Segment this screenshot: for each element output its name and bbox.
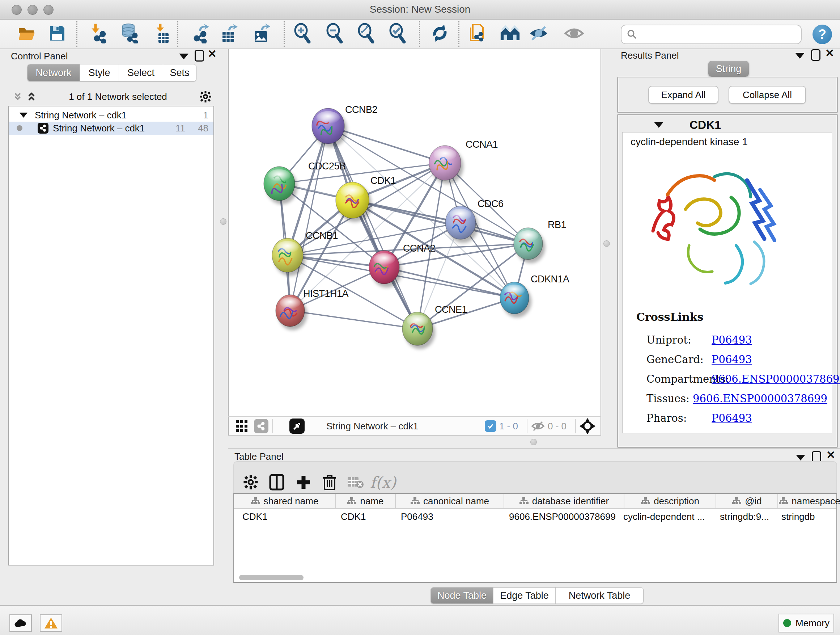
column-header-description[interactable]: description xyxy=(624,494,715,508)
gene-collapse-icon[interactable] xyxy=(654,122,663,128)
zoom-in-icon[interactable] xyxy=(292,23,313,43)
show-columns-icon[interactable] xyxy=(265,470,288,494)
fit-selected-crosshair-icon[interactable] xyxy=(579,418,595,434)
search-field[interactable] xyxy=(621,25,802,44)
column-header--id[interactable]: @id xyxy=(715,494,777,508)
import-network-database-icon[interactable] xyxy=(119,23,139,43)
table-cell[interactable]: cyclin-dependent ... xyxy=(623,511,705,523)
column-header-name[interactable]: name xyxy=(335,494,395,508)
column-header-namespace[interactable]: namespace xyxy=(777,494,840,508)
node-CDC25B[interactable] xyxy=(264,166,297,204)
network-graph[interactable]: CCNB2CCNA1CDC25BCDK1CDC6RB1CCNB1CCNA2CDK… xyxy=(229,49,600,416)
protein-structure-image xyxy=(646,155,805,300)
column-header-shared-name[interactable]: shared name xyxy=(234,494,335,508)
cloud-status-button[interactable] xyxy=(9,614,32,632)
tab-network-table[interactable]: Network Table xyxy=(555,587,643,603)
table-cell[interactable]: stringdb:9... xyxy=(720,511,769,523)
warning-status-button[interactable] xyxy=(40,614,62,632)
hide-selected-icon[interactable] xyxy=(529,23,549,43)
export-network-icon[interactable] xyxy=(191,23,211,43)
gene-header[interactable]: CDK1 xyxy=(618,118,837,132)
save-session-icon[interactable] xyxy=(47,23,67,43)
tab-sets[interactable]: Sets xyxy=(163,65,196,81)
crosslink-link[interactable]: P06493 xyxy=(712,412,752,424)
results-panel-close-icon[interactable]: ✕ xyxy=(825,49,834,58)
collapse-all-chevron-icon[interactable] xyxy=(12,91,23,102)
node-CDK1[interactable] xyxy=(336,182,371,222)
network-canvas[interactable]: CCNB2CCNA1CDC25BCDK1CDC6RB1CCNB1CCNA2CDK… xyxy=(228,49,601,416)
horizontal-scrollbar[interactable] xyxy=(239,575,303,580)
table-cell[interactable]: CDK1 xyxy=(341,511,366,523)
node-CDKN1A[interactable] xyxy=(500,282,531,318)
node-CCNA2[interactable] xyxy=(369,250,402,287)
node-CCNA1[interactable] xyxy=(429,146,463,184)
help-button[interactable]: ? xyxy=(813,25,832,44)
tab-string[interactable]: String xyxy=(708,61,749,77)
tab-network[interactable]: Network xyxy=(27,65,80,81)
refresh-icon[interactable] xyxy=(430,23,450,43)
table-panel-collapse-icon[interactable] xyxy=(796,455,805,461)
network-collection-row[interactable]: String Network – cdk1 1 xyxy=(9,109,213,122)
table-panel-close-icon[interactable]: ✕ xyxy=(826,450,835,460)
add-column-plus-icon[interactable] xyxy=(292,470,315,494)
memory-button[interactable]: Memory xyxy=(778,614,834,632)
export-image-icon[interactable] xyxy=(252,23,272,43)
right-splitter-handle[interactable] xyxy=(603,241,610,247)
node-label-HIST1H1A: HIST1H1A xyxy=(303,288,349,299)
gear-icon[interactable] xyxy=(199,90,212,103)
table-cell[interactable]: stringdb xyxy=(782,511,815,523)
results-panel: Results Panel ✕ String Expand All Collap… xyxy=(612,49,840,450)
tab-style[interactable]: Style xyxy=(80,65,118,81)
tab-edge-table[interactable]: Edge Table xyxy=(493,587,555,603)
control-panel-close-icon[interactable]: ✕ xyxy=(208,49,217,59)
import-network-file-icon[interactable] xyxy=(88,23,108,43)
results-panel-float-icon[interactable] xyxy=(811,49,821,61)
clone-network-icon[interactable] xyxy=(468,23,488,43)
table-cell[interactable]: CDK1 xyxy=(242,511,267,523)
network-row-selected[interactable]: String Network – cdk1 11 48 xyxy=(9,122,213,135)
tree-expand-icon[interactable] xyxy=(19,112,27,118)
gene-description: cyclin-dependent kinase 1 xyxy=(630,136,748,148)
show-all-icon[interactable] xyxy=(564,23,584,43)
search-input[interactable] xyxy=(638,29,801,41)
column-header-canonical-name[interactable]: canonical name xyxy=(395,494,504,508)
crosslink-link[interactable]: 9606.ENSP00000378699 xyxy=(693,393,827,405)
open-in-window-icon[interactable] xyxy=(289,418,305,434)
zoom-selected-icon[interactable] xyxy=(387,23,408,43)
tab-node-table[interactable]: Node Table xyxy=(431,587,493,603)
open-session-icon[interactable] xyxy=(17,23,37,43)
node-RB1[interactable] xyxy=(514,228,545,263)
results-panel-collapse-icon[interactable] xyxy=(795,53,805,59)
first-neighbors-icon[interactable] xyxy=(500,23,520,43)
expand-all-chevron-icon[interactable] xyxy=(26,91,37,102)
edge-CCNA2-CDKN1A[interactable] xyxy=(384,267,515,298)
node-table[interactable]: shared namenamecanonical namedatabase id… xyxy=(233,493,837,583)
edge-HIST1H1A-CCNE1[interactable] xyxy=(290,310,417,329)
zoom-out-icon[interactable] xyxy=(325,23,345,43)
tab-select[interactable]: Select xyxy=(118,65,163,81)
export-table-icon[interactable] xyxy=(219,23,240,43)
left-splitter-handle[interactable] xyxy=(220,218,226,225)
crosslink-link[interactable]: P06493 xyxy=(712,334,752,346)
table-cell[interactable]: 9606.ENSP00000378699 xyxy=(509,511,616,523)
grid-view-icon[interactable] xyxy=(235,420,248,432)
column-header-label: namespace xyxy=(791,496,840,507)
node-HIST1H1A[interactable] xyxy=(276,295,307,330)
horizontal-splitter-handle[interactable] xyxy=(531,439,537,445)
table-cell[interactable]: P06493 xyxy=(401,511,433,523)
node-CCNE1[interactable] xyxy=(402,312,435,349)
control-panel-float-icon[interactable] xyxy=(195,50,204,62)
control-panel-collapse-icon[interactable] xyxy=(179,54,188,59)
node-CCNB2[interactable] xyxy=(312,108,347,147)
crosslink-link[interactable]: P06493 xyxy=(712,353,752,366)
table-settings-gear-icon[interactable] xyxy=(239,470,262,494)
collapse-all-button[interactable]: Collapse All xyxy=(729,86,806,104)
import-table-icon[interactable] xyxy=(151,23,172,43)
zoom-fit-icon[interactable] xyxy=(356,23,376,43)
delete-column-trash-icon[interactable] xyxy=(318,470,341,494)
string-view-icon[interactable] xyxy=(254,419,268,433)
crosslink-link[interactable]: 9606.ENSP00000378699 xyxy=(712,373,840,385)
selected-checkbox-icon[interactable] xyxy=(485,420,496,432)
expand-all-button[interactable]: Expand All xyxy=(648,86,718,104)
column-header-database-identifier[interactable]: database identifier xyxy=(504,494,624,508)
